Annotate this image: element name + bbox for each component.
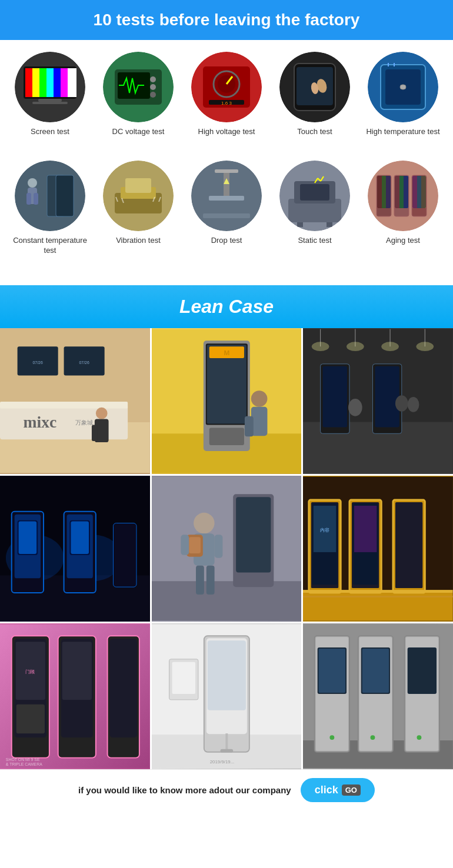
svg-text:门顾: 门顾 — [25, 669, 35, 675]
svg-rect-107 — [245, 416, 254, 436]
svg-point-114 — [347, 342, 364, 351]
tests-grid-row1: Screen test DC voltage test — [0, 40, 453, 149]
test-label-touch: Touch test — [277, 127, 353, 137]
svg-rect-149 — [181, 535, 189, 555]
svg-rect-77 — [386, 176, 391, 208]
svg-rect-8 — [68, 68, 76, 97]
svg-rect-181 — [110, 639, 137, 737]
svg-rect-6 — [54, 68, 61, 97]
svg-rect-52 — [224, 173, 229, 196]
svg-point-207 — [330, 735, 335, 740]
svg-rect-45 — [125, 178, 151, 193]
test-item-high-voltage: 1.6 3 High voltage test — [188, 52, 265, 137]
test-label-high-temp: High temperature test — [365, 127, 441, 137]
svg-rect-138 — [113, 523, 136, 587]
svg-rect-143 — [236, 497, 271, 572]
svg-rect-55 — [203, 213, 250, 218]
lean-img-person — [152, 476, 302, 622]
svg-rect-106 — [251, 407, 267, 436]
svg-rect-140 — [152, 476, 302, 581]
svg-rect-82 — [417, 176, 421, 208]
svg-rect-122 — [375, 366, 399, 427]
lean-case-title: Lean Case — [179, 296, 274, 317]
svg-point-123 — [348, 399, 362, 416]
svg-point-105 — [251, 390, 267, 407]
test-item-drop: Drop test — [188, 161, 265, 256]
svg-rect-151 — [206, 565, 214, 594]
svg-point-144 — [194, 512, 215, 533]
svg-point-38 — [28, 178, 37, 188]
svg-rect-191 — [225, 733, 228, 751]
lean-img-gray-kiosk: 2019/9/19... — [152, 623, 302, 769]
test-circle-dc-voltage — [103, 52, 174, 122]
svg-rect-37 — [56, 175, 74, 216]
svg-rect-4 — [39, 68, 46, 97]
svg-rect-51 — [215, 169, 238, 173]
svg-rect-147 — [189, 537, 201, 553]
svg-text:& TRIPLE CAMERA: & TRIPLE CAMERA — [6, 762, 42, 766]
test-label-drop: Drop test — [188, 236, 265, 246]
click-button[interactable]: click GO — [301, 778, 375, 802]
svg-point-14 — [150, 76, 156, 82]
svg-rect-10 — [32, 102, 68, 104]
svg-rect-79 — [399, 176, 404, 208]
tests-header: 10 tests before leaving the factory — [0, 0, 453, 40]
svg-rect-189 — [172, 662, 195, 693]
svg-text:07/26: 07/26 — [33, 360, 43, 365]
svg-rect-133 — [19, 521, 37, 553]
svg-point-15 — [150, 84, 156, 90]
lean-img-silver — [303, 623, 453, 769]
svg-rect-53 — [209, 196, 244, 201]
svg-rect-88 — [0, 402, 128, 409]
test-circle-high-temp — [368, 52, 438, 122]
lean-img-mixc: mixc 万象城 07/26 07/26 — [0, 328, 150, 474]
svg-point-209 — [417, 735, 422, 740]
svg-rect-2 — [25, 68, 32, 97]
svg-point-125 — [408, 397, 419, 412]
svg-rect-97 — [92, 425, 98, 441]
lean-case-header: Lean Case — [0, 285, 453, 328]
svg-rect-192 — [220, 749, 233, 752]
svg-text:07/26: 07/26 — [79, 360, 89, 365]
test-label-high-voltage: High voltage test — [188, 127, 265, 137]
test-label-screen: Screen test — [12, 127, 88, 137]
svg-rect-76 — [382, 176, 386, 208]
svg-rect-56 — [206, 218, 212, 227]
svg-rect-165 — [395, 502, 422, 588]
svg-rect-163 — [354, 506, 377, 552]
svg-rect-167 — [303, 596, 453, 597]
test-item-static: Static test — [277, 161, 353, 256]
svg-rect-141 — [152, 581, 302, 620]
click-label: click — [315, 784, 338, 796]
svg-rect-66 — [327, 222, 332, 227]
svg-text:万象城: 万象城 — [75, 419, 93, 426]
test-item-dc-voltage: DC voltage test — [100, 52, 176, 137]
svg-rect-120 — [323, 366, 347, 427]
svg-rect-137 — [71, 521, 89, 553]
svg-rect-75 — [377, 176, 382, 208]
svg-point-16 — [150, 92, 156, 98]
test-label-aging: Aging test — [365, 236, 441, 246]
svg-rect-78 — [395, 176, 399, 208]
svg-rect-7 — [61, 68, 68, 97]
svg-point-95 — [96, 408, 108, 419]
svg-text:内容: 内容 — [320, 528, 329, 533]
svg-rect-83 — [421, 176, 426, 208]
test-label-const-temp: Constant temperature test — [12, 236, 88, 256]
svg-rect-203 — [362, 649, 389, 693]
svg-rect-40 — [26, 193, 31, 205]
test-item-high-temp: High temperature test — [365, 52, 441, 137]
test-label-vibration: Vibration test — [100, 236, 176, 246]
footer-text: if you would like to know more adout our… — [78, 785, 291, 795]
test-item-screen: Screen test — [12, 52, 88, 137]
svg-rect-9 — [38, 99, 62, 102]
svg-text:2019/9/19...: 2019/9/19... — [209, 759, 234, 764]
test-circle-const-temp — [15, 161, 85, 231]
svg-rect-174 — [16, 704, 45, 733]
svg-rect-187 — [207, 640, 245, 710]
svg-rect-108 — [209, 428, 244, 445]
svg-point-118 — [417, 342, 434, 351]
svg-text:M: M — [224, 349, 229, 357]
test-circle-aging — [368, 161, 438, 231]
lean-img-dark-hall — [303, 328, 453, 474]
